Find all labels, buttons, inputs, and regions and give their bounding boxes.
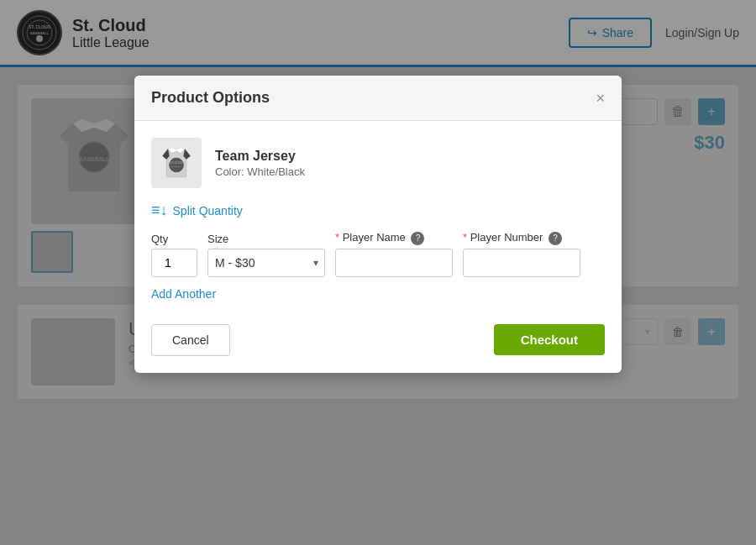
split-quantity-label: Split Quantity xyxy=(173,204,243,217)
modal-product-info: ST. CLOUD BASEBALL Team Jersey Color: Wh… xyxy=(151,138,605,188)
modal-header: Product Options × xyxy=(134,76,622,121)
product-thumbnail: ST. CLOUD BASEBALL xyxy=(151,138,202,188)
split-quantity-row[interactable]: ≡↓ Split Quantity xyxy=(151,202,605,219)
player-name-label: * Player Name ? xyxy=(335,231,453,245)
checkout-button[interactable]: Checkout xyxy=(494,324,605,355)
player-number-help-icon[interactable]: ? xyxy=(549,232,562,245)
player-number-label: * Player Number ? xyxy=(463,231,580,245)
size-select-wrapper: M - $30 XS - $30 S - $30 L - $30 XL - $3… xyxy=(207,249,325,277)
player-name-input[interactable] xyxy=(335,249,453,277)
required-star-1: * xyxy=(335,231,339,244)
size-group: Size M - $30 XS - $30 S - $30 L - $30 XL… xyxy=(207,233,325,277)
qty-input[interactable] xyxy=(151,249,197,277)
required-star-2: * xyxy=(463,231,467,244)
player-number-group: * Player Number ? xyxy=(463,231,580,277)
player-number-input[interactable] xyxy=(463,249,580,277)
qty-label: Qty xyxy=(151,233,197,245)
split-quantity-icon: ≡↓ xyxy=(151,202,168,219)
player-name-group: * Player Name ? xyxy=(335,231,453,277)
product-options-modal: Product Options × xyxy=(134,76,622,373)
cancel-button[interactable]: Cancel xyxy=(151,324,230,356)
product-details: Team Jersey Color: White/Black xyxy=(215,149,305,178)
product-name: Team Jersey xyxy=(215,149,305,164)
modal-close-button[interactable]: × xyxy=(596,91,605,106)
product-color: Color: White/Black xyxy=(215,165,305,178)
modal-footer: Cancel Checkout xyxy=(151,317,605,356)
add-another-link[interactable]: Add Another xyxy=(151,287,605,301)
svg-text:ST. CLOUD: ST. CLOUD xyxy=(170,161,182,165)
modal-overlay: Product Options × xyxy=(0,0,756,545)
qty-group: Qty xyxy=(151,233,197,277)
player-name-help-icon[interactable]: ? xyxy=(411,232,424,245)
svg-text:BASEBALL: BASEBALL xyxy=(171,165,182,168)
product-form-row: Qty Size M - $30 XS - $30 S - $30 L - $3… xyxy=(151,231,605,277)
size-select[interactable]: M - $30 XS - $30 S - $30 L - $30 XL - $3… xyxy=(207,249,325,277)
modal-body: ST. CLOUD BASEBALL Team Jersey Color: Wh… xyxy=(134,121,622,373)
modal-title: Product Options xyxy=(151,89,270,107)
size-label: Size xyxy=(207,233,325,245)
